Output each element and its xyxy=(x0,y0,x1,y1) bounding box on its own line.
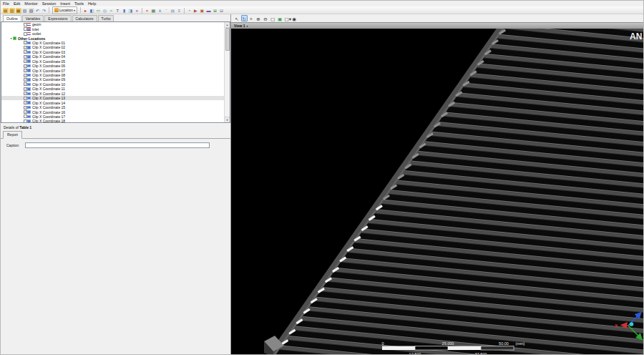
tree-item-label: Clip X Coordinate 03 xyxy=(32,50,65,54)
brand-logo-text: AN xyxy=(630,31,642,42)
scroll-down-icon[interactable]: ▾ xyxy=(225,117,230,122)
delete-icon[interactable]: × xyxy=(144,8,150,14)
fit-view-tool-icon[interactable]: ▣ xyxy=(277,15,283,21)
table-icon[interactable]: ▦ xyxy=(150,8,156,14)
figure-icon[interactable]: ▤ xyxy=(170,8,175,14)
boundary-icon xyxy=(27,23,31,26)
contour-icon[interactable]: ◧ xyxy=(89,8,94,14)
isosurface-icon[interactable]: ◎ xyxy=(102,8,107,14)
menu-insert[interactable]: Insert xyxy=(60,1,70,6)
animation-icon[interactable]: ▶ xyxy=(192,8,198,14)
rotate-tool-icon[interactable]: ↻ xyxy=(241,15,248,21)
clip-plane-icon xyxy=(27,42,31,45)
tree-scrollbar[interactable]: ▴ ▾ xyxy=(224,22,230,122)
scale-label-37-5: 37.500 xyxy=(475,352,487,355)
viewer-column: ↖↻+⊕⊖▢▣▢▾◉ View 1 ▾ xyxy=(230,14,644,355)
view-tab-label[interactable]: View 1 xyxy=(234,23,245,29)
clip-plane-icon xyxy=(27,87,31,91)
tab-calculators[interactable]: Calculators xyxy=(72,15,97,21)
scale-label-50: 50.00 xyxy=(499,341,509,346)
plane-icon[interactable]: ▭ xyxy=(95,8,101,14)
tree-item-label: Clip X Coordinate 13 xyxy=(32,96,65,100)
tree-item-clip-x-coordinate-18[interactable]: Clip X Coordinate 18 xyxy=(1,119,224,123)
tree-item-label: Clip X Coordinate 06 xyxy=(32,64,65,68)
clip-plane-icon xyxy=(27,101,31,104)
clip-plane-icon xyxy=(27,115,31,119)
tab-expressions[interactable]: Expressions xyxy=(44,15,71,21)
zoom-box-tool-icon[interactable]: ▢ xyxy=(270,15,276,21)
scale-label-25: 25.000 xyxy=(442,341,454,346)
chart-icon[interactable]: ∧ xyxy=(157,8,162,14)
clip-plane-icon xyxy=(27,97,31,100)
tree-item-label: outlet xyxy=(32,31,41,36)
location-dropdown-button[interactable]: Location ▾ xyxy=(52,6,77,14)
tree-item-label: Clip X Coordinate 12 xyxy=(32,92,65,96)
outline-tree-panel: geominletoutlet▾Other Locations✓Clip X C… xyxy=(1,21,230,123)
undo-icon[interactable]: ↶ xyxy=(35,8,41,14)
tree-item-label: Clip X Coordinate 14 xyxy=(32,101,65,105)
legend-icon[interactable]: ▮ xyxy=(121,8,127,14)
clip-plane-icon xyxy=(27,55,31,59)
tree-item-label: Clip X Coordinate 02 xyxy=(32,45,65,49)
scroll-up-icon[interactable]: ▴ xyxy=(225,22,230,28)
tab-report[interactable]: Report xyxy=(3,131,22,139)
color-wheel-icon[interactable]: ● xyxy=(134,8,140,14)
save-picture-icon[interactable]: ▧ xyxy=(22,8,28,14)
outline-tree: geominletoutlet▾Other Locations✓Clip X C… xyxy=(1,22,224,123)
save-state-icon[interactable]: ▥ xyxy=(9,8,15,14)
timestep-icon[interactable]: ◔ xyxy=(186,8,192,14)
scale-label-12-5: 12.500 xyxy=(409,352,421,355)
tree-item-label: Clip X Coordinate 11 xyxy=(32,87,65,91)
print-icon[interactable]: ▨ xyxy=(29,8,34,14)
viewport-3d[interactable]: 0 25.000 50.00 (mm) 12.500 37.500 X AN xyxy=(231,29,644,355)
toolbar-separator xyxy=(80,7,81,13)
report-icon[interactable]: ≡ xyxy=(176,8,182,14)
tab-turbo[interactable]: Turbo xyxy=(98,15,114,21)
load-results-icon[interactable]: ▤ xyxy=(3,8,9,14)
clip-plane-icon xyxy=(27,46,31,49)
details-header: Details of Table 1 xyxy=(1,123,230,131)
tree-item-label: Clip X Coordinate 15 xyxy=(32,105,65,110)
vector-icon[interactable]: ▸ xyxy=(82,8,88,14)
mesh-icon[interactable]: ⊞ xyxy=(212,8,218,14)
tree-item-label: Clip X Coordinate 10 xyxy=(32,82,65,87)
clip-plane-icon xyxy=(27,106,31,110)
cfd-post-window: FileEditMonitorSessionInsertToolsHelp ▤▥… xyxy=(0,0,644,355)
clip-plane-icon xyxy=(27,120,31,123)
caption-row: Caption xyxy=(1,139,230,152)
scrollbar-thumb[interactable] xyxy=(225,28,230,51)
boundary-icon xyxy=(27,32,31,36)
triad-axis-ball xyxy=(630,322,634,326)
scale-label-unit: (mm) xyxy=(516,341,525,346)
details-title-object: Table 1 xyxy=(19,125,31,130)
clip-plane-icon xyxy=(27,92,31,96)
tree-item-label: Clip X Coordinate 04 xyxy=(32,54,65,59)
probe-tool-icon[interactable]: ◉ xyxy=(291,15,298,21)
view-dropdown-icon[interactable]: ▾ xyxy=(246,24,248,28)
movie-icon[interactable]: ▬ xyxy=(205,8,211,14)
toolbar-separator xyxy=(49,7,49,13)
tab-variables[interactable]: Variables xyxy=(22,15,44,21)
location-dropdown-label: Location xyxy=(59,8,73,12)
zoom-out-tool-icon[interactable]: ⊖ xyxy=(263,15,269,21)
text-icon[interactable]: T xyxy=(114,8,120,14)
caption-input[interactable] xyxy=(25,142,210,148)
camera-icon[interactable]: ▣ xyxy=(199,8,205,14)
pan-tool-icon[interactable]: + xyxy=(248,15,255,21)
left-panel: OutlineVariablesExpressionsCalculatorsTu… xyxy=(1,14,230,355)
clip-plane-icon[interactable]: ◨ xyxy=(127,8,133,14)
tree-item-label: geom xyxy=(32,22,42,26)
open-state-icon[interactable]: ▦ xyxy=(16,8,21,14)
tree-item-label: Clip X Coordinate 07 xyxy=(32,69,65,73)
zoom-in-tool-icon[interactable]: ⊕ xyxy=(255,15,262,21)
clip-plane-icon xyxy=(27,59,31,63)
redo-icon[interactable]: ↷ xyxy=(42,8,47,14)
tree-item-label: Clip X Coordinate 17 xyxy=(32,115,65,119)
select-tool-icon[interactable]: ↖ xyxy=(234,15,240,21)
comment-icon[interactable]: “ xyxy=(163,8,169,14)
view-options-dropdown-icon[interactable]: ▢▾ xyxy=(284,15,291,21)
clip-plane-icon xyxy=(27,69,31,72)
calculator-icon[interactable]: ⊟ xyxy=(218,8,224,14)
streamline-icon[interactable]: ≈ xyxy=(108,8,114,14)
boundary-icon xyxy=(27,27,31,31)
